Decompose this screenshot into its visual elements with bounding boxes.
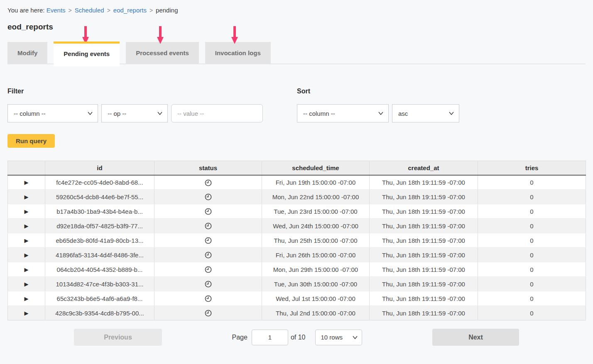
filter-label: Filter bbox=[7, 88, 263, 95]
cell-tries: 0 bbox=[478, 277, 586, 291]
clock-icon bbox=[205, 266, 212, 273]
page-label: Page bbox=[232, 334, 247, 341]
table-row: ▶ 59260c54-dcb8-44e6-be7f-55... Mon, Jun… bbox=[8, 190, 586, 204]
cell-scheduled-time: Fri, Jun 19th 15:00:00 -07:00 bbox=[262, 175, 370, 190]
breadcrumb-link-eod-reports[interactable]: eod_reports bbox=[113, 7, 147, 14]
cell-id: 41896fa5-3134-4d4f-8486-3fe... bbox=[45, 248, 154, 262]
column-header-created-at: created_at bbox=[370, 161, 478, 175]
chevron-right-icon: > bbox=[69, 7, 72, 14]
cell-scheduled-time: Fri, Jun 26th 15:00:00 -07:00 bbox=[262, 248, 370, 262]
cell-scheduled-time: Tue, Jun 30th 15:00:00 -07:00 bbox=[262, 277, 370, 291]
cell-tries: 0 bbox=[478, 306, 586, 320]
previous-page-button[interactable]: Previous bbox=[74, 329, 162, 346]
column-header-expand bbox=[8, 161, 45, 175]
expand-row-button[interactable]: ▶ bbox=[21, 178, 32, 187]
expand-row-button[interactable]: ▶ bbox=[21, 280, 32, 288]
clock-icon bbox=[205, 237, 212, 244]
clock-icon bbox=[205, 295, 212, 302]
expand-row-button[interactable]: ▶ bbox=[21, 207, 32, 216]
clock-icon bbox=[205, 310, 212, 317]
filter-column-select[interactable]: -- column -- bbox=[7, 104, 98, 122]
sort-direction-select[interactable]: asc bbox=[392, 104, 459, 122]
clock-icon bbox=[205, 252, 212, 259]
expand-row-button[interactable]: ▶ bbox=[21, 265, 32, 274]
triangle-right-icon: ▶ bbox=[25, 179, 29, 186]
page-count-label: of 10 bbox=[291, 334, 306, 341]
column-header-id: id bbox=[45, 161, 154, 175]
tab-modify[interactable]: Modify bbox=[7, 42, 47, 64]
expand-row-button[interactable]: ▶ bbox=[21, 222, 32, 230]
clock-icon bbox=[205, 222, 212, 230]
triangle-right-icon: ▶ bbox=[25, 237, 29, 244]
chevron-right-icon: > bbox=[149, 7, 153, 14]
query-builder: Filter -- column -- -- op -- Sort bbox=[7, 88, 586, 122]
cell-scheduled-time: Wed, Jul 1st 15:00:00 -07:00 bbox=[262, 291, 370, 306]
cell-id: eb65de3b-80fd-41a9-80cb-13... bbox=[45, 233, 154, 248]
filter-op-select[interactable]: -- op -- bbox=[101, 104, 168, 122]
cell-scheduled-time: Mon, Jun 29th 15:00:00 -07:00 bbox=[262, 262, 370, 277]
cell-id: 10134d82-47ce-4f3b-b303-31... bbox=[45, 277, 154, 291]
sort-column-select[interactable]: -- column -- bbox=[297, 104, 389, 122]
breadcrumb-current: pending bbox=[156, 7, 178, 14]
cell-created-at: Thu, Jun 18th 19:11:59 -07:00 bbox=[370, 233, 478, 248]
triangle-right-icon: ▶ bbox=[25, 296, 29, 302]
table-row: ▶ eb65de3b-80fd-41a9-80cb-13... Thu, Jun… bbox=[8, 233, 586, 248]
triangle-right-icon: ▶ bbox=[25, 281, 29, 287]
expand-row-button[interactable]: ▶ bbox=[21, 236, 32, 245]
cell-tries: 0 bbox=[478, 248, 586, 262]
table-header-row: id status scheduled_time created_at trie… bbox=[8, 161, 586, 175]
page: You are here: Events>Scheduled>eod_repor… bbox=[0, 0, 593, 364]
cell-tries: 0 bbox=[478, 291, 586, 306]
events-table: id status scheduled_time created_at trie… bbox=[7, 161, 586, 320]
column-header-tries: tries bbox=[478, 161, 586, 175]
sort-label: Sort bbox=[297, 88, 459, 95]
arrow-down-icon bbox=[157, 26, 164, 44]
filter-value-input[interactable] bbox=[171, 104, 263, 122]
table-row: ▶ 10134d82-47ce-4f3b-b303-31... Tue, Jun… bbox=[8, 277, 586, 291]
cell-created-at: Thu, Jun 18th 19:11:59 -07:00 bbox=[370, 248, 478, 262]
cell-tries: 0 bbox=[478, 233, 586, 248]
cell-scheduled-time: Mon, Jun 22nd 15:00:00 -07:00 bbox=[262, 190, 370, 204]
cell-created-at: Thu, Jun 18th 19:11:59 -07:00 bbox=[370, 190, 478, 204]
cell-created-at: Thu, Jun 18th 19:11:59 -07:00 bbox=[370, 262, 478, 277]
cell-scheduled-time: Thu, Jul 2nd 15:00:00 -07:00 bbox=[262, 306, 370, 320]
table-row: ▶ 064cb204-4054-4352-b889-b... Mon, Jun … bbox=[8, 262, 586, 277]
triangle-right-icon: ▶ bbox=[25, 194, 29, 200]
cell-id: 064cb204-4054-4352-b889-b... bbox=[45, 262, 154, 277]
breadcrumb-prefix: You are here: bbox=[7, 7, 45, 14]
rows-per-page-select[interactable]: 10 rows bbox=[316, 330, 362, 345]
cell-tries: 0 bbox=[478, 204, 586, 219]
breadcrumb-link-events[interactable]: Events bbox=[47, 7, 66, 14]
cell-created-at: Thu, Jun 18th 19:11:59 -07:00 bbox=[370, 219, 478, 233]
cell-id: fc4e272e-cc05-4de0-8abd-68... bbox=[45, 175, 154, 190]
tab-pending-events[interactable]: Pending events bbox=[54, 42, 120, 66]
tab-processed-events[interactable]: Processed events bbox=[126, 42, 199, 64]
cell-scheduled-time: Wed, Jun 24th 15:00:00 -07:00 bbox=[262, 219, 370, 233]
tab-invocation-logs[interactable]: Invocation logs bbox=[205, 42, 271, 64]
expand-row-button[interactable]: ▶ bbox=[21, 251, 32, 259]
expand-row-button[interactable]: ▶ bbox=[21, 193, 32, 201]
tab-bar: Modify Pending events Processed events I… bbox=[7, 42, 586, 64]
cell-created-at: Thu, Jun 18th 19:11:59 -07:00 bbox=[370, 277, 478, 291]
table-row: ▶ 65c3243b-b6e5-4af6-a6a9-f8... Wed, Jul… bbox=[8, 291, 586, 306]
cell-tries: 0 bbox=[478, 190, 586, 204]
breadcrumb-link-scheduled[interactable]: Scheduled bbox=[75, 7, 104, 14]
expand-row-button[interactable]: ▶ bbox=[21, 309, 32, 318]
cell-id: 428c9c3b-9354-4cd8-b795-00... bbox=[45, 306, 154, 320]
run-query-button[interactable]: Run query bbox=[7, 134, 55, 148]
cell-tries: 0 bbox=[478, 175, 586, 190]
clock-icon bbox=[205, 208, 212, 215]
triangle-right-icon: ▶ bbox=[25, 223, 29, 229]
page-number-input[interactable] bbox=[252, 330, 288, 345]
triangle-right-icon: ▶ bbox=[25, 310, 29, 316]
cell-id: 65c3243b-b6e5-4af6-a6a9-f8... bbox=[45, 291, 154, 306]
table-row: ▶ 41896fa5-3134-4d4f-8486-3fe... Fri, Ju… bbox=[8, 248, 586, 262]
breadcrumb: You are here: Events>Scheduled>eod_repor… bbox=[7, 7, 586, 14]
expand-row-button[interactable]: ▶ bbox=[21, 294, 32, 303]
triangle-right-icon: ▶ bbox=[25, 266, 29, 273]
chevron-right-icon: > bbox=[107, 7, 110, 14]
next-page-button[interactable]: Next bbox=[432, 329, 519, 346]
table-row: ▶ fc4e272e-cc05-4de0-8abd-68... Fri, Jun… bbox=[8, 175, 586, 190]
cell-id: 59260c54-dcb8-44e6-be7f-55... bbox=[45, 190, 154, 204]
cell-scheduled-time: Tue, Jun 23rd 15:00:00 -07:00 bbox=[262, 204, 370, 219]
